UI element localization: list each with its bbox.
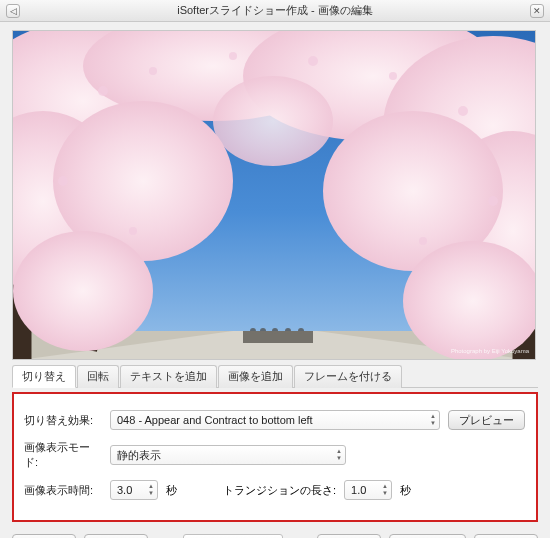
svg-point-29 bbox=[488, 196, 498, 206]
svg-point-26 bbox=[389, 72, 397, 80]
stepper-updown-icon: ▲▼ bbox=[382, 483, 388, 497]
svg-point-30 bbox=[129, 227, 137, 235]
duration-stepper[interactable]: 3.0 ▲▼ bbox=[110, 480, 158, 500]
svg-text:Photograph by Eiji Yokoyama: Photograph by Eiji Yokoyama bbox=[451, 348, 530, 354]
transition-unit: 秒 bbox=[400, 483, 411, 498]
apply-button[interactable]: 適用 bbox=[317, 534, 381, 538]
svg-point-6 bbox=[272, 328, 278, 334]
duration-unit: 秒 bbox=[166, 483, 177, 498]
svg-point-22 bbox=[98, 86, 108, 96]
effect-label: 切り替え効果: bbox=[24, 413, 102, 428]
mode-label: 画像表示モード: bbox=[24, 440, 102, 470]
tab-add-frame[interactable]: フレームを付ける bbox=[294, 365, 402, 388]
svg-point-5 bbox=[260, 328, 266, 334]
chevron-updown-icon: ▲▼ bbox=[430, 413, 436, 427]
svg-point-23 bbox=[149, 67, 157, 75]
next-button[interactable]: 次へ>> bbox=[84, 534, 148, 538]
prev-button[interactable]: <<前へ bbox=[12, 534, 76, 538]
svg-point-21 bbox=[213, 76, 333, 166]
image-preview: Photograph by Eiji Yokoyama bbox=[12, 30, 536, 360]
svg-point-31 bbox=[419, 237, 427, 245]
stepper-updown-icon: ▲▼ bbox=[148, 483, 154, 497]
tab-bar: 切り替え 回転 テキストを追加 画像を追加 フレームを付ける bbox=[12, 364, 538, 388]
tab-add-image[interactable]: 画像を追加 bbox=[218, 365, 293, 388]
ok-button[interactable]: OK bbox=[474, 534, 538, 538]
window-title: iSofterスライドショー作成 - 画像の編集 bbox=[20, 3, 530, 18]
svg-point-7 bbox=[285, 328, 291, 334]
back-button[interactable]: ◁ bbox=[6, 4, 20, 18]
transition-stepper[interactable]: 1.0 ▲▼ bbox=[344, 480, 392, 500]
tab-transition[interactable]: 切り替え bbox=[12, 365, 76, 388]
transition-label: トランジションの長さ: bbox=[223, 483, 336, 498]
tab-rotate[interactable]: 回転 bbox=[77, 365, 119, 388]
chevron-updown-icon: ▲▼ bbox=[336, 448, 342, 462]
close-button[interactable]: ✕ bbox=[530, 4, 544, 18]
effect-select[interactable]: 048 - Appear and Contract to bottom left… bbox=[110, 410, 440, 430]
svg-point-19 bbox=[13, 231, 153, 351]
transition-panel: 切り替え効果: 048 - Appear and Contract to bot… bbox=[12, 392, 538, 522]
svg-point-24 bbox=[229, 52, 237, 60]
svg-point-28 bbox=[58, 176, 68, 186]
svg-point-25 bbox=[308, 56, 318, 66]
svg-point-27 bbox=[458, 106, 468, 116]
duration-label: 画像表示時間: bbox=[24, 483, 102, 498]
apply-all-select[interactable]: すべてに適用 ▼ bbox=[183, 534, 283, 538]
tab-add-text[interactable]: テキストを追加 bbox=[120, 365, 217, 388]
dialog-footer: <<前へ 次へ>> すべてに適用 ▼ 適用 キャンセル OK bbox=[12, 534, 538, 538]
svg-point-4 bbox=[250, 328, 256, 334]
svg-point-8 bbox=[298, 328, 304, 334]
cherry-blossom-image: Photograph by Eiji Yokoyama bbox=[13, 31, 536, 360]
mode-select[interactable]: 静的表示 ▲▼ bbox=[110, 445, 346, 465]
cancel-button[interactable]: キャンセル bbox=[389, 534, 466, 538]
preview-button[interactable]: プレビュー bbox=[448, 410, 525, 430]
